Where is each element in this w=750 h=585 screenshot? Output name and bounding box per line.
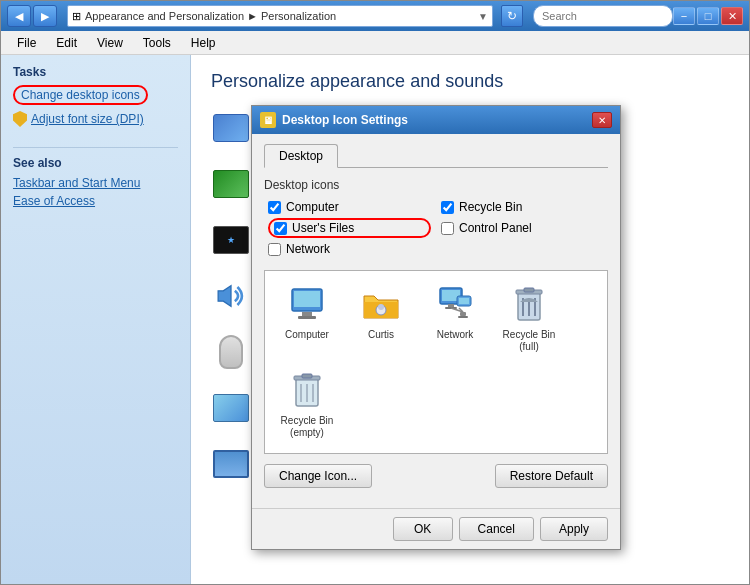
address-dropdown-icon[interactable]: ▼: [478, 11, 488, 22]
close-button[interactable]: ✕: [721, 7, 743, 25]
minimize-button[interactable]: −: [673, 7, 695, 25]
dialog-close-button[interactable]: ✕: [592, 112, 612, 128]
checkbox-computer: Computer: [268, 200, 431, 214]
dialog-title-bar: 🖥 Desktop Icon Settings ✕: [252, 106, 620, 134]
change-icon-button[interactable]: Change Icon...: [264, 464, 372, 488]
svg-rect-12: [459, 298, 469, 304]
menu-edit[interactable]: Edit: [48, 34, 85, 52]
back-button[interactable]: ◀: [7, 5, 31, 27]
checkbox-recycle-bin-input[interactable]: [441, 201, 454, 214]
icon-label-curtis: Curtis: [368, 329, 394, 341]
desktop-icon-settings-dialog: 🖥 Desktop Icon Settings ✕ Desktop Deskto…: [251, 105, 621, 550]
desktop-icons-label: Desktop icons: [264, 178, 608, 192]
svg-rect-3: [302, 312, 312, 316]
dialog-tabs: Desktop: [264, 144, 608, 168]
dialog-title-text: Desktop Icon Settings: [282, 113, 408, 127]
svg-rect-9: [448, 304, 454, 307]
screensaver-icon: ★: [211, 220, 251, 260]
main-window: ◀ ▶ ⊞ Appearance and Personalization ► P…: [0, 0, 750, 585]
cancel-button[interactable]: Cancel: [459, 517, 534, 541]
dialog-body: Desktop Desktop icons Computer Recycle B…: [252, 134, 620, 508]
svg-marker-0: [218, 286, 231, 307]
svg-rect-25: [302, 374, 312, 378]
recycle-empty-icon-img: [287, 371, 327, 411]
icon-label-recycle-empty: Recycle Bin(empty): [281, 415, 334, 439]
icon-label-recycle-full: Recycle Bin(full): [503, 329, 556, 353]
tab-desktop[interactable]: Desktop: [264, 144, 338, 168]
nav-buttons: ◀ ▶: [7, 5, 57, 27]
sidebar-item-adjust-font[interactable]: Adjust font size (DPI): [13, 111, 178, 127]
icon-item-computer[interactable]: Computer: [275, 281, 339, 357]
sidebar: Tasks Change desktop icons Adjust font s…: [1, 55, 191, 584]
taskbar-label: Taskbar and Start Menu: [13, 176, 140, 190]
display-icon: [211, 444, 251, 484]
icon-label-computer: Computer: [285, 329, 329, 341]
checkbox-control-panel-input[interactable]: [441, 222, 454, 235]
icon-item-recycle-full[interactable]: Recycle Bin(full): [497, 281, 561, 357]
address-go-button[interactable]: ↻: [501, 5, 523, 27]
sidebar-item-taskbar[interactable]: Taskbar and Start Menu: [13, 176, 178, 190]
sidebar-item-ease-of-access[interactable]: Ease of Access: [13, 194, 178, 208]
icon-grid: Computer: [264, 270, 608, 454]
recycle-full-icon-img: [509, 285, 549, 325]
menu-help[interactable]: Help: [183, 34, 224, 52]
dialog-controls: ✕: [592, 112, 612, 128]
breadcrumb-icon: ⊞: [72, 10, 81, 23]
menu-file[interactable]: File: [9, 34, 44, 52]
svg-rect-19: [524, 288, 534, 292]
ok-button[interactable]: OK: [393, 517, 453, 541]
sounds-icon: [211, 276, 251, 316]
menu-view[interactable]: View: [89, 34, 131, 52]
title-bar-controls: − □ ✕: [673, 7, 743, 25]
computer-icon-img: [287, 285, 327, 325]
shield-icon: [13, 111, 27, 127]
address-bar[interactable]: ⊞ Appearance and Personalization ► Perso…: [67, 5, 493, 27]
menu-tools[interactable]: Tools: [135, 34, 179, 52]
restore-default-button[interactable]: Restore Default: [495, 464, 608, 488]
forward-button[interactable]: ▶: [33, 5, 57, 27]
svg-rect-15: [460, 312, 466, 316]
checkbox-control-panel: Control Panel: [441, 218, 604, 238]
checkbox-users-files-label: User's Files: [292, 221, 354, 235]
title-bar-left: ◀ ▶ ⊞ Appearance and Personalization ► P…: [7, 5, 673, 27]
apply-button[interactable]: Apply: [540, 517, 608, 541]
checkbox-computer-input[interactable]: [268, 201, 281, 214]
title-bar: ◀ ▶ ⊞ Appearance and Personalization ► P…: [1, 1, 749, 31]
main-content: Tasks Change desktop icons Adjust font s…: [1, 55, 749, 584]
sidebar-item-change-desktop-icons[interactable]: Change desktop icons: [13, 85, 178, 105]
breadcrumb-text: Appearance and Personalization ► Persona…: [85, 10, 474, 22]
svg-point-6: [378, 304, 384, 310]
mouse-icon: [211, 332, 251, 372]
checkbox-network: Network: [268, 242, 431, 256]
checkbox-users-files-input[interactable]: [274, 222, 287, 235]
menu-bar: File Edit View Tools Help: [1, 31, 749, 55]
right-panel: Personalize appearance and sounds Window…: [191, 55, 749, 584]
icon-item-recycle-empty[interactable]: Recycle Bin(empty): [275, 367, 339, 443]
change-desktop-icons-highlight: Change desktop icons: [13, 85, 148, 105]
checkbox-group: Computer Recycle Bin User's Files C: [264, 200, 608, 256]
search-bar[interactable]: 🔍: [533, 5, 673, 27]
checkbox-network-label: Network: [286, 242, 330, 256]
icon-item-network[interactable]: Network: [423, 281, 487, 357]
checkbox-computer-label: Computer: [286, 200, 339, 214]
ease-of-access-label: Ease of Access: [13, 194, 95, 208]
search-input[interactable]: [542, 10, 680, 22]
desktop-bg-icon: [211, 164, 251, 204]
dialog-title-icon: 🖥: [260, 112, 276, 128]
checkbox-network-input[interactable]: [268, 243, 281, 256]
checkbox-users-files: User's Files: [268, 218, 431, 238]
icon-label-network: Network: [437, 329, 474, 341]
window-color-icon: [211, 108, 251, 148]
checkbox-control-panel-label: Control Panel: [459, 221, 532, 235]
dialog-footer: OK Cancel Apply: [252, 508, 620, 549]
dialog-title: 🖥 Desktop Icon Settings: [260, 112, 408, 128]
theme-icon: [211, 388, 251, 428]
svg-rect-4: [298, 316, 316, 319]
checkbox-recycle-bin-label: Recycle Bin: [459, 200, 522, 214]
network-icon-img: [435, 285, 475, 325]
see-also-section: See also Taskbar and Start Menu Ease of …: [13, 147, 178, 208]
adjust-font-label: Adjust font size (DPI): [31, 112, 144, 126]
maximize-button[interactable]: □: [697, 7, 719, 25]
icon-item-curtis[interactable]: Curtis: [349, 281, 413, 357]
curtis-icon-img: [361, 285, 401, 325]
